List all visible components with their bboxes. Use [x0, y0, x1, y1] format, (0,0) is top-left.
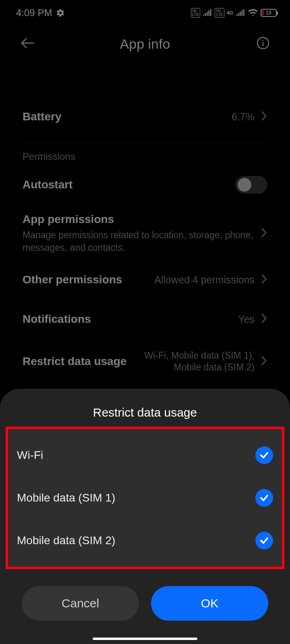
row-other-permissions[interactable]: Other permissions Allowed 4 permissions [23, 264, 267, 296]
app-header: App info [0, 26, 290, 62]
option-label: Wi-Fi [17, 449, 43, 462]
status-time: 4:09 PM [16, 7, 52, 19]
wifi-icon [248, 9, 258, 17]
network-4g-icon: 4G [227, 10, 233, 16]
back-button[interactable] [20, 37, 35, 51]
status-right-icons: VoLTE VoLTE 4G 13 [191, 8, 278, 18]
checkbox-checked-icon[interactable] [255, 532, 273, 549]
chevron-right-icon [261, 274, 267, 286]
row-autostart[interactable]: Autostart [23, 166, 267, 203]
row-notifications[interactable]: Notifications Yes [23, 303, 267, 335]
row-title: Restrict data usage [23, 355, 134, 368]
chevron-right-icon [261, 313, 267, 325]
row-value: 6.7% [232, 111, 255, 123]
volte-icon: VoLTE [191, 8, 201, 18]
autostart-toggle[interactable] [235, 176, 267, 194]
options-highlight-frame: Wi-Fi Mobile data (SIM 1) Mobile data (S… [6, 427, 284, 569]
button-label: Cancel [62, 597, 99, 610]
row-title: Battery [23, 110, 232, 123]
row-subtitle: Manage permissions related to location, … [23, 229, 255, 254]
section-label-permissions: Permissions [23, 151, 267, 162]
home-indicator[interactable] [93, 638, 197, 640]
battery-icon: 13 [261, 9, 278, 17]
row-title: Notifications [23, 313, 238, 326]
chevron-right-icon [261, 111, 267, 123]
row-title: App permissions [23, 213, 255, 226]
row-value: Allowed 4 permissions [154, 274, 255, 286]
sheet-title: Restrict data usage [14, 406, 276, 419]
row-title: Autostart [23, 178, 235, 191]
signal-icon [203, 9, 212, 17]
svg-point-1 [263, 40, 264, 41]
divider [23, 142, 267, 143]
checkbox-checked-icon[interactable] [255, 446, 273, 464]
button-label: OK [201, 597, 218, 610]
row-restrict-data[interactable]: Restrict data usage Wi-Fi, Mobile data (… [23, 340, 267, 383]
signal-icon [236, 9, 245, 17]
cancel-button[interactable]: Cancel [22, 586, 139, 621]
option-wifi[interactable]: Wi-Fi [17, 434, 273, 477]
option-label: Mobile data (SIM 1) [17, 491, 115, 504]
status-bar: 4:09 PM VoLTE VoLTE 4G 13 [0, 0, 290, 26]
option-sim2[interactable]: Mobile data (SIM 2) [17, 519, 273, 562]
option-label: Mobile data (SIM 2) [17, 534, 115, 547]
ok-button[interactable]: OK [151, 586, 268, 621]
page-title: App info [120, 36, 170, 52]
volte-icon: VoLTE [215, 8, 224, 18]
row-value: Wi-Fi, Mobile data (SIM 1), Mobile data … [134, 350, 255, 373]
row-title: Other permissions [23, 273, 154, 286]
chevron-right-icon [261, 227, 267, 239]
content-list: Battery 6.7% Permissions Autostart App p… [0, 62, 290, 383]
checkbox-checked-icon[interactable] [255, 489, 273, 507]
option-sim1[interactable]: Mobile data (SIM 1) [17, 477, 273, 519]
info-button[interactable] [256, 36, 270, 52]
row-value: Yes [238, 314, 255, 325]
row-app-permissions[interactable]: App permissions Manage permissions relat… [23, 203, 267, 264]
gear-icon [56, 8, 65, 17]
restrict-data-sheet: Restrict data usage Wi-Fi Mobile data (S… [0, 389, 290, 644]
chevron-right-icon [261, 355, 267, 367]
row-battery[interactable]: Battery 6.7% [23, 101, 267, 133]
